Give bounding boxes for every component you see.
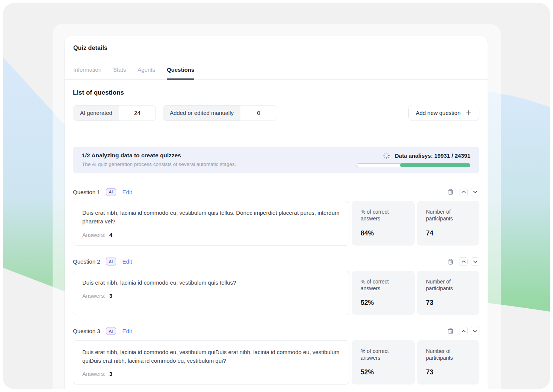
question-3-text: Duis erat nibh, lacinia id commodo eu, v…: [82, 348, 340, 365]
banner-stage-title: 1/2 Analyzing data to create quizzes: [82, 152, 236, 159]
answers-count: 3: [109, 371, 112, 377]
question-2-participants-stat: Number of participants 73: [417, 271, 479, 315]
questions-section: 1/2 Analyzing data to create quizzes The…: [65, 133, 488, 384]
correct-stat-value: 84%: [361, 229, 406, 237]
correct-stat-value: 52%: [361, 368, 406, 376]
analysis-status-row: Data analisys: 19931 / 24391: [383, 152, 470, 159]
filter-ai-generated-count: 24: [119, 106, 156, 121]
correct-stat-label: % of correct answers: [361, 348, 402, 362]
question-2-label: Question 2: [73, 258, 100, 265]
chevron-down-icon: [473, 330, 477, 333]
trash-icon: [447, 328, 454, 335]
question-1-edit-link[interactable]: Edit: [122, 189, 132, 195]
trash-icon: [447, 188, 454, 195]
question-list: Question 1 AI Edit: [73, 187, 479, 384]
answers-count: 3: [109, 292, 112, 299]
question-1-label: Question 1: [73, 189, 100, 195]
banner-left: 1/2 Analyzing data to create quizzes The…: [82, 152, 236, 167]
chevron-up-icon: [461, 190, 466, 193]
question-2-answers: Answers:3: [82, 292, 340, 299]
generation-progress-banner: 1/2 Analyzing data to create quizzes The…: [73, 147, 479, 173]
question-2-move-down-button[interactable]: [471, 257, 479, 266]
question-2-delete-button[interactable]: [447, 258, 454, 265]
question-2-card: Duis erat nibh, lacinia id commodo eu, v…: [73, 271, 349, 315]
filter-ai-generated[interactable]: AI generated 24: [73, 105, 156, 121]
tab-information-label: Information: [73, 66, 101, 73]
tab-information[interactable]: Information: [73, 60, 101, 79]
question-3-participants-stat: Number of participants 73: [417, 340, 479, 385]
participants-stat-label: Number of participants: [426, 348, 467, 362]
filter-ai-generated-label: AI generated: [73, 106, 119, 121]
question-2-edit-link[interactable]: Edit: [122, 258, 132, 265]
quiz-details-card: Quiz details Information Stats Agents Qu…: [65, 36, 488, 389]
banner-right: Data analisys: 19931 / 24391: [357, 152, 470, 167]
question-3-header: Question 3 AI Edit: [73, 327, 479, 336]
question-1-participants-stat: Number of participants 74: [417, 201, 479, 246]
plus-icon: [465, 110, 472, 116]
question-1-text: Duis erat nibh, lacinia id commodo eu, v…: [82, 208, 340, 226]
banner-stage-description: The AI quiz generation process consists …: [82, 161, 236, 167]
question-2-correct-stat: % of correct answers 52%: [352, 271, 415, 315]
spinner-icon: [383, 152, 390, 159]
question-3-move-up-button[interactable]: [459, 327, 468, 335]
filter-added-manually[interactable]: Added or edited manually 0: [163, 105, 277, 121]
chevron-down-icon: [473, 260, 477, 263]
filter-added-manually-label: Added or edited manually: [163, 106, 240, 121]
ai-badge: AI: [106, 188, 116, 196]
question-3-edit-link[interactable]: Edit: [122, 328, 132, 334]
analysis-status-text: Data analisys: 19931 / 24391: [395, 152, 470, 159]
participants-stat-label: Number of participants: [426, 208, 467, 222]
question-1-move-down-button[interactable]: [471, 188, 479, 196]
question-1-card: Duis erat nibh, lacinia id commodo eu, v…: [73, 201, 349, 246]
tab-agents[interactable]: Agents: [137, 60, 155, 79]
question-3-body: Duis erat nibh, lacinia id commodo eu, v…: [73, 340, 479, 385]
add-new-question-label: Add new question: [416, 110, 461, 116]
ai-badge: AI: [106, 327, 116, 335]
question-3-label: Question 3: [73, 328, 100, 334]
tab-questions[interactable]: Questions: [167, 60, 194, 79]
question-item-2: Question 2 AI Edit: [73, 257, 479, 315]
chevron-up-icon: [461, 330, 466, 333]
add-new-question-button[interactable]: Add new question: [408, 105, 479, 121]
tab-bar: Information Stats Agents Questions: [65, 60, 488, 80]
question-1-move-up-button[interactable]: [459, 188, 468, 196]
question-3-delete-button[interactable]: [447, 328, 454, 335]
chevron-down-icon: [473, 190, 477, 193]
participants-stat-value: 73: [426, 299, 470, 307]
page-title: Quiz details: [73, 45, 107, 51]
tab-stats[interactable]: Stats: [113, 60, 126, 79]
question-2-header: Question 2 AI Edit: [73, 257, 479, 266]
participants-stat-value: 74: [426, 229, 470, 237]
question-item-1: Question 1 AI Edit: [73, 187, 479, 246]
answers-count: 4: [109, 232, 112, 238]
analysis-progress-bar: [357, 163, 470, 167]
question-3-answers: Answers:3: [82, 371, 340, 377]
question-2-body: Duis erat nibh, lacinia id commodo eu, v…: [73, 271, 479, 315]
question-item-3: Question 3 AI Edit: [73, 327, 479, 385]
app-background: Quiz details Information Stats Agents Qu…: [3, 3, 550, 389]
filter-added-manually-count: 0: [240, 106, 277, 121]
question-3-move-down-button[interactable]: [471, 327, 479, 335]
answers-label: Answers:: [82, 232, 106, 238]
chevron-up-icon: [461, 260, 466, 263]
question-2-actions: [447, 257, 479, 266]
section-title: List of questions: [73, 89, 479, 96]
question-1-answers: Answers:4: [82, 232, 340, 238]
question-3-correct-stat: % of correct answers 52%: [352, 340, 415, 385]
question-3-actions: [447, 327, 479, 335]
participants-stat-label: Number of participants: [426, 278, 467, 292]
correct-stat-value: 52%: [361, 299, 406, 307]
participants-stat-value: 73: [426, 368, 470, 376]
answers-label: Answers:: [82, 292, 106, 299]
correct-stat-label: % of correct answers: [361, 208, 402, 222]
answers-label: Answers:: [82, 371, 106, 377]
question-2-move-up-button[interactable]: [459, 257, 468, 266]
list-header-section: List of questions AI generated 24 Added …: [65, 80, 488, 133]
card-header: Quiz details: [65, 36, 488, 60]
trash-icon: [447, 258, 454, 265]
question-1-delete-button[interactable]: [447, 188, 454, 195]
tab-agents-label: Agents: [137, 66, 155, 73]
ai-badge: AI: [106, 258, 116, 265]
question-3-card: Duis erat nibh, lacinia id commodo eu, v…: [73, 340, 349, 385]
tab-stats-label: Stats: [113, 66, 126, 73]
